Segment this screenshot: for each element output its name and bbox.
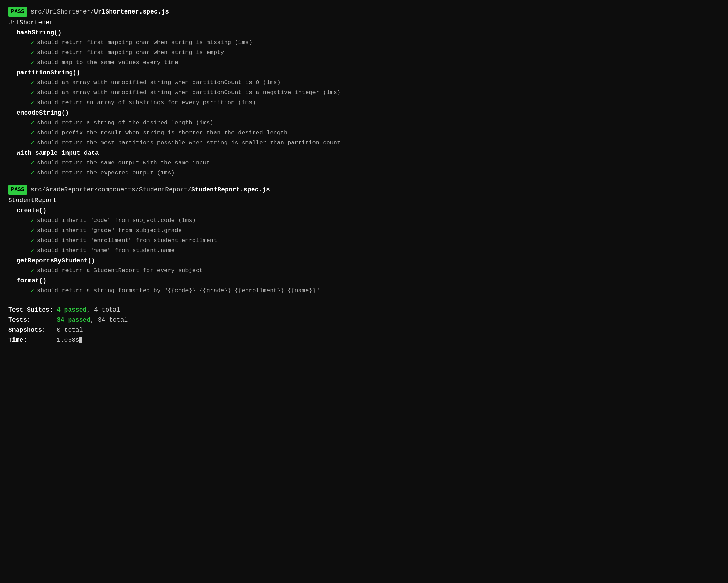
summary-tests-row: Tests: 34 passed, 34 total (8, 315, 720, 325)
test-item: ✓ should return an array of substrings f… (30, 98, 720, 108)
checkmark-icon: ✓ (30, 266, 34, 276)
checkmark-icon: ✓ (30, 88, 34, 98)
summary-suites-row: Test Suites: 4 passed, 4 total (8, 305, 720, 315)
suite-title-2: StudentReport (8, 196, 720, 205)
test-item: ✓ should return the same output with the… (30, 159, 720, 168)
checkmark-icon: ✓ (30, 38, 34, 47)
terminal-output: PASS src/UrlShortener/UrlShortener.spec.… (8, 7, 720, 345)
test-item: ✓ should return first mapping char when … (30, 38, 720, 47)
test-label: should inherit "name" from student.name (37, 246, 175, 255)
summary-time-label: Time: (8, 335, 57, 345)
summary-time-value: 1.058s (57, 335, 82, 345)
test-item: ✓ should return the most partitions poss… (30, 138, 720, 148)
test-item: ✓ should prefix the result when string i… (30, 128, 720, 138)
test-label: should return first mapping char when st… (37, 48, 224, 57)
test-item: ✓ should inherit "grade" from subject.gr… (30, 226, 720, 235)
test-item: ✓ should inherit "name" from student.nam… (30, 246, 720, 255)
describe-sampleinput: with sample input data (17, 149, 720, 158)
summary-suites-label: Test Suites: (8, 305, 57, 315)
test-item: ✓ should inherit "code" from subject.cod… (30, 216, 720, 225)
checkmark-icon: ✓ (30, 226, 34, 235)
describe-getreportsbystudent: getReportsByStudent() (17, 256, 720, 266)
file-path-1: src/UrlShortener/UrlShortener.spec.js (30, 7, 169, 17)
summary-suites-total: , 4 total (87, 306, 120, 313)
test-label: should prefix the result when string is … (37, 128, 288, 137)
test-label: should return the same output with the s… (37, 159, 210, 168)
summary-tests-label: Tests: (8, 315, 57, 325)
test-label: should map to the same values every time (37, 58, 178, 67)
describe-encodestring: encodeString() (17, 108, 720, 118)
file-path-bold-1: UrlShortener.spec.js (94, 8, 169, 15)
test-item: ✓ should return a StudentReport for ever… (30, 266, 720, 276)
test-item: ✓ should return first mapping char when … (30, 48, 720, 57)
describe-hashstring: hashString() (17, 28, 720, 37)
file-header-1: PASS src/UrlShortener/UrlShortener.spec.… (8, 7, 720, 17)
file-path-prefix-2: src/GradeReporter/components/StudentRepo… (30, 186, 191, 193)
test-item: ✓ should an array with unmodified string… (30, 88, 720, 98)
test-item: ✓ should map to the same values every ti… (30, 58, 720, 68)
checkmark-icon: ✓ (30, 286, 34, 296)
checkmark-icon: ✓ (30, 118, 34, 128)
test-label: should return a StudentReport for every … (37, 266, 203, 275)
checkmark-icon: ✓ (30, 78, 34, 88)
test-item: ✓ should return a string formatted by "{… (30, 286, 720, 296)
summary-tests-passed: 34 passed (57, 316, 90, 323)
test-label: should return an array of substrings for… (37, 98, 256, 107)
test-label: should return a string formatted by "{{c… (37, 286, 319, 295)
file-path-bold-2: StudentReport.spec.js (191, 186, 270, 193)
summary-suites-value: 4 passed, 4 total (57, 305, 120, 315)
summary-section: Test Suites: 4 passed, 4 total Tests: 34… (8, 305, 720, 345)
test-label: should an array with unmodified string w… (37, 78, 281, 87)
describe-format: format() (17, 276, 720, 286)
summary-snapshots-label: Snapshots: (8, 325, 57, 335)
checkmark-icon: ✓ (30, 98, 34, 108)
test-label: should return a string of the desired le… (37, 118, 213, 127)
test-label: should an array with unmodified string w… (37, 88, 340, 97)
summary-suites-passed: 4 passed (57, 306, 87, 313)
file-path-2: src/GradeReporter/components/StudentRepo… (30, 185, 270, 195)
file-path-prefix-1: src/UrlShortener/ (30, 8, 94, 15)
test-label: should return the expected output (1ms) (37, 169, 175, 178)
test-block-urlshortener: PASS src/UrlShortener/UrlShortener.spec.… (8, 7, 720, 178)
checkmark-icon: ✓ (30, 159, 34, 168)
checkmark-icon: ✓ (30, 58, 34, 68)
test-item: ✓ should inherit "enrollment" from stude… (30, 236, 720, 245)
summary-tests-value: 34 passed, 34 total (57, 315, 128, 325)
test-item: ✓ should return the expected output (1ms… (30, 169, 720, 178)
summary-time-row: Time: 1.058s (8, 335, 720, 345)
test-label: should return the most partitions possib… (37, 138, 340, 147)
summary-snapshots-value: 0 total (57, 325, 83, 335)
test-label: should inherit "code" from subject.code … (37, 216, 196, 225)
summary-snapshots-row: Snapshots: 0 total (8, 325, 720, 335)
checkmark-icon: ✓ (30, 236, 34, 245)
test-label: should inherit "grade" from subject.grad… (37, 226, 182, 235)
pass-badge-1: PASS (8, 7, 27, 17)
summary-tests-total: , 34 total (90, 316, 128, 323)
test-item: ✓ should return a string of the desired … (30, 118, 720, 128)
time-text: 1.058s (57, 337, 79, 343)
pass-badge-2: PASS (8, 185, 27, 195)
checkmark-icon: ✓ (30, 138, 34, 148)
test-item: ✓ should an array with unmodified string… (30, 78, 720, 88)
file-header-2: PASS src/GradeReporter/components/Studen… (8, 185, 720, 195)
test-block-studentreport: PASS src/GradeReporter/components/Studen… (8, 185, 720, 296)
checkmark-icon: ✓ (30, 169, 34, 178)
checkmark-icon: ✓ (30, 216, 34, 225)
checkmark-icon: ✓ (30, 48, 34, 57)
checkmark-icon: ✓ (30, 246, 34, 255)
describe-create: create() (17, 206, 720, 215)
test-label: should inherit "enrollment" from student… (37, 236, 217, 245)
test-label: should return first mapping char when st… (37, 38, 252, 47)
describe-partitionstring: partitionString() (17, 68, 720, 78)
checkmark-icon: ✓ (30, 128, 34, 138)
suite-title-1: UrlShortener (8, 18, 720, 27)
terminal-cursor (79, 337, 82, 343)
